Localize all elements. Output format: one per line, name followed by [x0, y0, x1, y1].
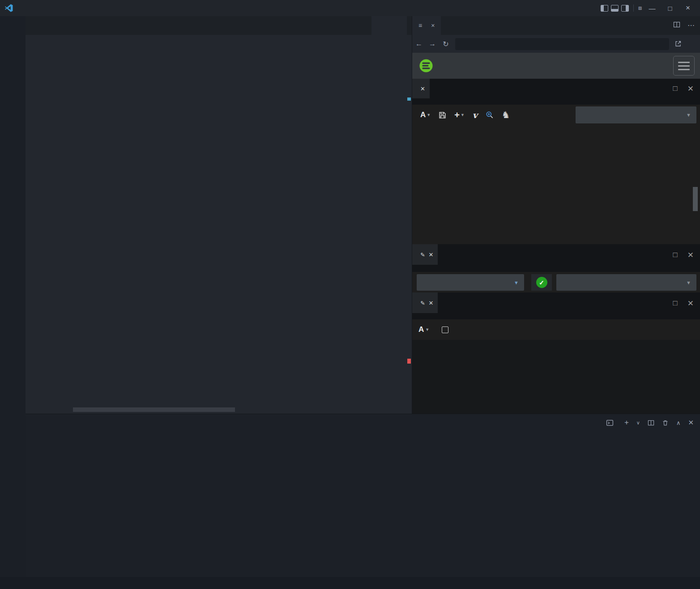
horizontal-scrollbar[interactable]	[73, 407, 235, 412]
compiler-options-input[interactable]: ▼	[556, 274, 696, 291]
compiler-pane-header: ✎ ✕ □ ✕	[412, 244, 700, 272]
compiler-explorer-header	[412, 53, 700, 79]
chevron-down-icon: ▼	[686, 112, 691, 118]
language-select[interactable]: ▼	[576, 106, 696, 123]
new-terminal-icon[interactable]: +	[624, 418, 629, 427]
close-pane-icon[interactable]: ✕	[687, 84, 694, 93]
compiler-pane-tab[interactable]: ✎ ✕	[412, 244, 438, 265]
edit-pencil-icon[interactable]: ✎	[420, 300, 425, 306]
zoom-search-icon[interactable]	[486, 111, 494, 119]
divider	[633, 4, 634, 12]
save-icon[interactable]	[439, 111, 446, 119]
compiler-select[interactable]: ▼	[417, 274, 524, 291]
terminal-dropdown-icon[interactable]: ∨	[636, 420, 640, 426]
status-bar	[0, 577, 700, 589]
activity-bar	[0, 16, 26, 577]
hamburger-menu-icon[interactable]	[673, 56, 695, 76]
bottom-panel: + ∨ ∧ ✕	[26, 414, 700, 577]
maximize-pane-icon[interactable]: □	[673, 299, 677, 308]
overview-ruler	[407, 16, 412, 414]
tab-simple-browser[interactable]: ≡ ×	[412, 16, 441, 35]
source-pane-header: ✕ □ ✕	[412, 79, 700, 105]
add-pane-button[interactable]: +▼	[454, 110, 465, 120]
split-editor-icon[interactable]	[673, 21, 680, 30]
source-pane-tab[interactable]: ✕	[412, 79, 430, 98]
output-toolbar: A▼	[412, 319, 700, 340]
output-pane-tab[interactable]: ✎ ✕	[412, 292, 438, 313]
customize-layout-icon[interactable]: ⧈	[638, 4, 642, 12]
code-editor[interactable]	[26, 46, 412, 414]
maximize-button[interactable]: □	[662, 4, 678, 12]
reload-icon[interactable]: ↻	[439, 40, 452, 48]
open-external-icon[interactable]	[674, 40, 682, 47]
compile-status: ✓	[531, 274, 552, 291]
chevron-down-icon: ▼	[514, 280, 519, 285]
minimap[interactable]	[371, 16, 407, 414]
ruler-mark-info	[407, 97, 411, 101]
compiler-explorer-page: ✕ □ ✕ A▼ +▼ v ♞ ▼	[412, 53, 700, 414]
simple-browser-group: ≡ × ⋯ ← → ↻	[412, 16, 700, 414]
source-editor[interactable]	[412, 125, 700, 244]
close-icon[interactable]: ✕	[428, 300, 433, 306]
split-terminal-icon[interactable]	[648, 420, 654, 426]
close-icon[interactable]: ✕	[428, 251, 433, 258]
toggle-sidebar-icon[interactable]	[601, 5, 608, 12]
editor-tabs	[26, 16, 412, 35]
mascot-icon[interactable]: ♞	[502, 110, 510, 120]
minimize-button[interactable]: —	[645, 4, 660, 12]
simple-browser-icon: ≡	[418, 22, 422, 29]
source-scrollbar[interactable]	[693, 187, 698, 211]
terminal-output[interactable]	[38, 436, 696, 572]
browser-nav-bar: ← → ↻	[412, 35, 700, 53]
program-output	[412, 340, 700, 414]
breadcrumb[interactable]	[26, 35, 412, 46]
output-pane-header: ✎ ✕ □ ✕	[412, 292, 700, 319]
close-icon[interactable]: ×	[431, 22, 435, 29]
maximize-panel-icon[interactable]: ∧	[676, 420, 681, 426]
close-pane-icon[interactable]: ✕	[687, 299, 694, 308]
wrap-lines-checkbox[interactable]	[442, 326, 448, 333]
ruler-mark-error	[407, 359, 411, 364]
maximize-pane-icon[interactable]: □	[673, 250, 677, 260]
toggle-secondary-sidebar-icon[interactable]	[621, 5, 629, 12]
title-bar: ⧈ — □ ×	[0, 0, 700, 16]
terminal-icon	[606, 419, 614, 427]
close-window-button[interactable]: ×	[680, 4, 696, 13]
forward-icon[interactable]: →	[426, 40, 439, 48]
close-icon[interactable]: ✕	[420, 85, 425, 92]
compiler-row: ▼ ✓ ▼	[412, 272, 700, 292]
compiler-explorer-logo-icon[interactable]	[416, 55, 436, 76]
editor-group: ⋯	[26, 16, 412, 414]
close-pane-icon[interactable]: ✕	[687, 250, 694, 260]
back-icon[interactable]: ←	[412, 40, 426, 48]
vscode-logo-icon	[4, 4, 13, 13]
toggle-panel-icon[interactable]	[611, 5, 619, 12]
vim-mode-icon[interactable]: v	[473, 110, 478, 120]
maximize-pane-icon[interactable]: □	[673, 84, 677, 93]
font-size-button[interactable]: A▼	[418, 325, 429, 334]
browser-tab-bar: ≡ × ⋯	[412, 16, 700, 35]
font-size-button[interactable]: A▼	[420, 110, 431, 119]
kill-terminal-icon[interactable]	[662, 420, 669, 426]
edit-pencil-icon[interactable]: ✎	[420, 251, 425, 258]
check-icon: ✓	[536, 277, 547, 288]
close-panel-icon[interactable]: ✕	[688, 419, 694, 427]
url-input[interactable]	[455, 38, 669, 50]
source-toolbar: A▼ +▼ v ♞ ▼	[412, 105, 700, 125]
chevron-down-icon: ▼	[686, 280, 691, 285]
terminal-picker[interactable]	[606, 419, 617, 427]
more-actions-icon[interactable]: ⋯	[687, 21, 695, 30]
